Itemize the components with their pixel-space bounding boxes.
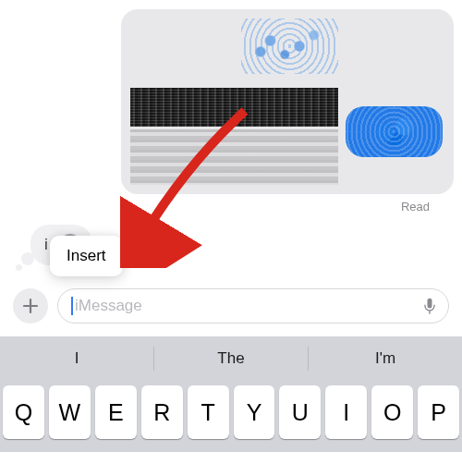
quicktype-suggestion-bar: I The I'm [0,336,462,380]
redacted-content [130,88,338,127]
redacted-content [241,18,338,74]
key-t[interactable]: T [188,385,229,439]
plus-icon [21,297,40,315]
read-receipt: Read [14,200,448,214]
redacted-content [130,129,338,185]
draft-text: i [44,236,48,254]
key-i[interactable]: I [325,385,367,439]
keyboard: I The I'm Q W E R T Y U I O P [0,336,462,452]
key-r[interactable]: R [141,385,183,439]
add-attachment-button[interactable] [13,288,48,323]
key-p[interactable]: P [418,385,459,439]
keyboard-row: Q W E R T Y U I O P [0,380,462,439]
insert-popover-label: Insert [67,247,106,264]
redacted-content [346,106,443,157]
insert-popover[interactable]: Insert [50,236,123,276]
key-u[interactable]: U [279,385,321,439]
received-message-bubble[interactable] [121,9,454,194]
message-input-bar: iMessage [0,281,462,336]
key-e[interactable]: E [95,385,137,439]
input-placeholder: iMessage [75,297,420,315]
microphone-icon[interactable] [420,297,439,315]
key-w[interactable]: W [49,385,91,439]
message-input[interactable]: iMessage [57,288,449,323]
key-o[interactable]: O [371,385,413,439]
quicktype-suggestion[interactable]: I'm [309,349,462,368]
key-y[interactable]: Y [234,385,275,439]
key-q[interactable]: Q [3,385,44,439]
quicktype-suggestion[interactable]: The [154,349,308,368]
text-cursor [71,297,73,315]
quicktype-suggestion[interactable]: I [0,349,153,368]
